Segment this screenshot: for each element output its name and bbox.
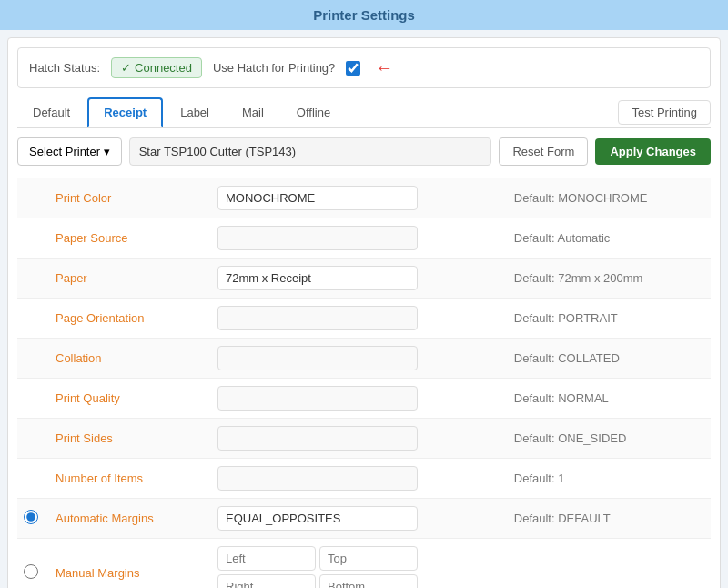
setting-label: Print Quality (45, 379, 208, 419)
setting-value-input[interactable] (217, 306, 418, 330)
setting-default: Default: ONE_SIDED (505, 419, 711, 459)
margin-radio[interactable] (24, 510, 38, 524)
tab-default[interactable]: Default (17, 98, 86, 127)
setting-value-cell (208, 459, 505, 499)
setting-value-cell (208, 419, 505, 459)
setting-default: Default: 72mm x 200mm (505, 259, 711, 299)
setting-value-cell (208, 339, 505, 379)
table-row: CollationDefault: COLLATED (17, 339, 711, 379)
setting-value-cell (208, 499, 505, 539)
setting-default: Default: MONOCHROME (505, 178, 711, 218)
arrow-indicator: ← (375, 57, 393, 78)
setting-label: Number of Items (45, 459, 208, 499)
setting-default: Default: NORMAL (505, 379, 711, 419)
setting-default: Default: 1 (505, 459, 711, 499)
setting-default (505, 539, 711, 589)
setting-value-input[interactable] (217, 266, 418, 290)
table-row: Print SidesDefault: ONE_SIDED (17, 419, 711, 459)
setting-label: Paper (45, 259, 208, 299)
setting-default: Default: PORTRAIT (505, 299, 711, 339)
connected-badge: Connected (111, 57, 202, 78)
setting-default: Default: Automatic (505, 218, 711, 259)
margin-bottom-input[interactable] (319, 574, 418, 588)
table-row: Print ColorDefault: MONOCHROME (17, 178, 711, 218)
settings-table: Print ColorDefault: MONOCHROMEPaper Sour… (17, 178, 711, 588)
page-title: Printer Settings (0, 0, 728, 30)
setting-value-input[interactable] (217, 346, 418, 370)
tabs-row: Default Receipt Label Mail Offline Test … (17, 97, 711, 128)
table-row: Manual Margins (17, 539, 711, 589)
select-printer-button[interactable]: Select Printer ▾ (17, 137, 122, 166)
hatch-status-label: Hatch Status: (29, 61, 100, 75)
setting-label: Collation (45, 339, 208, 379)
apply-changes-button[interactable]: Apply Changes (595, 138, 711, 165)
setting-label: Automatic Margins (45, 499, 208, 539)
setting-value-cell (208, 539, 505, 589)
setting-value-cell (208, 379, 505, 419)
setting-value-input[interactable] (217, 386, 418, 411)
table-row: Automatic MarginsDefault: DEFAULT (17, 499, 711, 539)
table-row: Page OrientationDefault: PORTRAIT (17, 299, 711, 339)
setting-value-cell (208, 299, 505, 339)
setting-value-input[interactable] (217, 186, 418, 210)
setting-label: Print Color (45, 178, 208, 218)
reset-form-button[interactable]: Reset Form (499, 137, 588, 166)
setting-value-input[interactable] (217, 426, 418, 451)
toolbar-row: Select Printer ▾ Reset Form Apply Change… (17, 137, 711, 166)
test-printing-button[interactable]: Test Printing (618, 100, 711, 125)
setting-value-cell (208, 178, 505, 218)
setting-value-input[interactable] (217, 226, 418, 250)
tab-offline[interactable]: Offline (281, 98, 346, 127)
setting-value-cell (208, 259, 505, 299)
setting-label: Manual Margins (45, 539, 208, 589)
margin-left-input[interactable] (217, 546, 316, 571)
setting-value-input[interactable] (217, 466, 418, 491)
hatch-status-bar: Hatch Status: Connected Use Hatch for Pr… (17, 47, 711, 88)
table-row: Print QualityDefault: NORMAL (17, 379, 711, 419)
setting-default: Default: COLLATED (505, 339, 711, 379)
tab-receipt[interactable]: Receipt (87, 97, 163, 127)
use-hatch-checkbox[interactable] (346, 61, 360, 76)
tab-label[interactable]: Label (165, 98, 225, 127)
setting-value-input[interactable] (217, 506, 418, 531)
margin-top-input[interactable] (319, 546, 418, 571)
setting-label: Paper Source (45, 218, 208, 259)
setting-label: Page Orientation (45, 299, 208, 339)
use-hatch-label: Use Hatch for Printing? (213, 61, 335, 75)
margin-radio[interactable] (24, 564, 38, 579)
table-row: Number of ItemsDefault: 1 (17, 459, 711, 499)
setting-default: Default: DEFAULT (505, 499, 711, 539)
margin-right-input[interactable] (217, 574, 316, 588)
table-row: PaperDefault: 72mm x 200mm (17, 259, 711, 299)
setting-value-cell (208, 218, 505, 259)
printer-name-field (129, 137, 492, 166)
setting-label: Print Sides (45, 419, 208, 459)
tab-mail[interactable]: Mail (227, 98, 279, 127)
table-row: Paper SourceDefault: Automatic (17, 218, 711, 259)
